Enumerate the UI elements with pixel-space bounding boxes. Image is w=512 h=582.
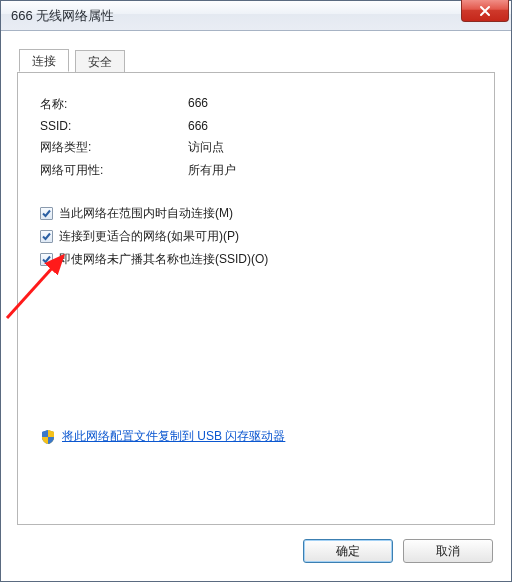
field-name: 名称: 666 <box>40 96 474 113</box>
ok-button-label: 确定 <box>336 544 360 558</box>
check-icon <box>41 254 52 265</box>
button-bar: 确定 取消 <box>303 539 493 563</box>
name-value: 666 <box>188 96 474 113</box>
auto-connect-label[interactable]: 当此网络在范围内时自动连接(M) <box>59 205 233 222</box>
prefer-better-label[interactable]: 连接到更适合的网络(如果可用)(P) <box>59 228 239 245</box>
ssid-label: SSID: <box>40 119 188 133</box>
check-icon <box>41 208 52 219</box>
nettype-value: 访问点 <box>188 139 474 156</box>
tab-security-label: 安全 <box>88 55 112 69</box>
ok-button[interactable]: 确定 <box>303 539 393 563</box>
copy-to-usb-link-row: 将此网络配置文件复制到 USB 闪存驱动器 <box>40 428 474 445</box>
nettype-label: 网络类型: <box>40 139 188 156</box>
checkbox-prefer-better[interactable] <box>40 230 53 243</box>
row-prefer-better: 连接到更适合的网络(如果可用)(P) <box>40 228 474 245</box>
tab-connection[interactable]: 连接 <box>19 49 69 72</box>
window-title: 666 无线网络属性 <box>11 7 114 25</box>
close-icon <box>479 5 491 17</box>
availability-label: 网络可用性: <box>40 162 188 179</box>
tab-security[interactable]: 安全 <box>75 50 125 73</box>
row-auto-connect: 当此网络在范围内时自动连接(M) <box>40 205 474 222</box>
cancel-button[interactable]: 取消 <box>403 539 493 563</box>
tabstrip: 连接 安全 <box>17 49 495 73</box>
wireless-properties-dialog: 666 无线网络属性 连接 安全 名称: 666 SSID: 666 <box>0 0 512 582</box>
connect-hidden-label[interactable]: 即使网络未广播其名称也连接(SSID)(O) <box>59 251 268 268</box>
shield-icon <box>40 429 56 445</box>
dialog-body: 连接 安全 名称: 666 SSID: 666 网络类型: 访问点 网络可用性:… <box>7 37 505 575</box>
check-icon <box>41 231 52 242</box>
copy-to-usb-link[interactable]: 将此网络配置文件复制到 USB 闪存驱动器 <box>62 428 285 445</box>
tab-panel-connection: 名称: 666 SSID: 666 网络类型: 访问点 网络可用性: 所有用户 … <box>17 72 495 525</box>
name-label: 名称: <box>40 96 188 113</box>
field-ssid: SSID: 666 <box>40 119 474 133</box>
close-button[interactable] <box>461 0 509 22</box>
field-network-type: 网络类型: 访问点 <box>40 139 474 156</box>
cancel-button-label: 取消 <box>436 544 460 558</box>
row-connect-hidden: 即使网络未广播其名称也连接(SSID)(O) <box>40 251 474 268</box>
ssid-value: 666 <box>188 119 474 133</box>
checkbox-auto-connect[interactable] <box>40 207 53 220</box>
checkbox-connect-hidden[interactable] <box>40 253 53 266</box>
titlebar: 666 无线网络属性 <box>1 1 511 31</box>
tab-connection-label: 连接 <box>32 54 56 68</box>
availability-value: 所有用户 <box>188 162 474 179</box>
field-availability: 网络可用性: 所有用户 <box>40 162 474 179</box>
